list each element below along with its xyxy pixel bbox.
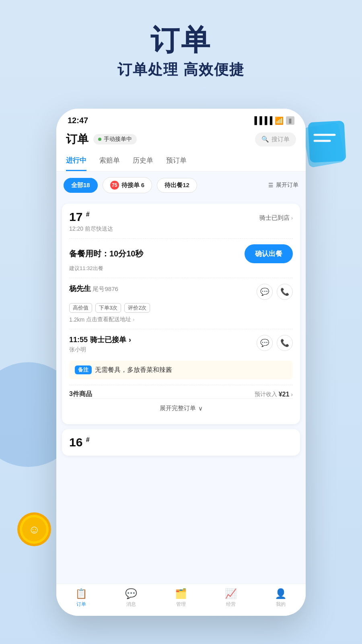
expand-chevron-icon: ∨ (198, 405, 203, 412)
manage-nav-icon: 🗂️ (175, 588, 187, 599)
call-rider-button[interactable]: 📞 (277, 335, 293, 351)
rider-action-icons: 💬 📞 (257, 335, 293, 351)
customer-address[interactable]: 1.2km 点击查看配送地址 › (69, 316, 293, 323)
call-customer-button[interactable]: 📞 (277, 284, 293, 300)
customer-action-icons: 💬 📞 (257, 284, 293, 300)
orders-nav-icon: 📋 (75, 588, 87, 599)
suggest-time: 建议11:32出餐 (69, 265, 293, 272)
order-card-17: 17 # 骑士已到店 › 12:20 前尽快送达 备餐用时：10分10秒 (62, 204, 300, 424)
hero-title: 订单 (0, 24, 362, 56)
expand-orders-button[interactable]: ☰ 展开订单 (268, 182, 298, 189)
rider-time: 11:55 (69, 336, 88, 344)
orders-nav-label: 订单 (76, 601, 86, 608)
confirm-meal-button[interactable]: 确认出餐 (245, 244, 293, 263)
customer-row: 杨先生 尾号9876 💬 📞 (69, 278, 293, 300)
search-icon: 🔍 (261, 136, 269, 143)
rider-arrived-status[interactable]: 骑士已到店 › (259, 214, 293, 222)
tab-reservation[interactable]: 预订单 (166, 152, 187, 171)
expand-order-label: 展开完整订单 (160, 405, 196, 412)
order-card-16: 16 # (62, 429, 300, 456)
address-chevron-icon: › (133, 317, 134, 322)
messages-nav-label: 消息 (126, 601, 136, 608)
filter-all-label: 全部18 (71, 182, 90, 188)
hero-subtitle: 订单处理 高效便捷 (0, 60, 362, 80)
remark-text: 无需餐具，多放香菜和辣酱 (95, 366, 172, 374)
filter-all-button[interactable]: 全部18 (64, 178, 98, 193)
filter-waiting-food-button[interactable]: 待出餐12 (157, 178, 197, 193)
customer-name: 杨先生 (69, 285, 91, 293)
distance-label: 1.2km (69, 316, 84, 323)
remark-badge: 备注 (75, 365, 92, 374)
remark-row: 备注 无需餐具，多放香菜和辣酱 (69, 361, 293, 379)
income-chevron-icon: › (291, 391, 293, 398)
search-label: 搜订单 (272, 136, 290, 143)
status-badge-label: 手动接单中 (104, 136, 132, 143)
expand-icon: ☰ (268, 182, 274, 188)
status-icons: ▐▐▐▐ 📶 ▮ (252, 116, 294, 125)
items-count: 3件商品 (69, 390, 92, 398)
manual-accept-badge: 手动接单中 (93, 134, 137, 144)
delivery-time-note: 12:20 前尽快送达 (69, 225, 293, 233)
status-time: 12:47 (68, 116, 88, 125)
status-bar: 12:47 ▐▐▐▐ 📶 ▮ (56, 109, 306, 128)
chat-customer-button[interactable]: 💬 (257, 284, 273, 300)
nav-item-business[interactable]: 📈 经营 (206, 588, 256, 608)
hero-section: 订单 订单处理 高效便捷 (0, 0, 362, 92)
customer-id: 尾号9876 (93, 285, 118, 292)
wifi-icon: 📶 (275, 116, 284, 125)
mine-nav-icon: 👤 (275, 588, 287, 599)
prepare-time-label: 备餐用时：10分10秒 (69, 248, 144, 259)
tag-order-count: 下单3次 (95, 303, 121, 313)
expand-order-button[interactable]: 展开完整订单 ∨ (69, 398, 293, 418)
nav-item-orders[interactable]: 📋 订单 (56, 588, 106, 608)
manage-nav-label: 管理 (176, 601, 186, 608)
rider-info[interactable]: 11:55 骑士已接单 › (69, 335, 131, 345)
pending-badge: 75 (110, 181, 119, 190)
order-number-16: 16 # (69, 436, 293, 449)
address-link: 点击查看配送地址 (86, 316, 131, 323)
battery-icon: ▮ (286, 116, 294, 125)
mine-nav-label: 我的 (276, 601, 286, 608)
income-info[interactable]: 预计收入 ¥21 › (255, 391, 293, 398)
bg-decoration-card (298, 113, 354, 169)
nav-item-manage[interactable]: 🗂️ 管理 (156, 588, 206, 608)
prepare-row: 备餐用时：10分10秒 确认出餐 (69, 238, 293, 263)
rider-status-text: 骑士已接单 (90, 335, 126, 345)
chevron-right-icon: › (291, 215, 293, 221)
order-number: 17 # (69, 210, 90, 224)
app-header: 订单 手动接单中 🔍 搜订单 (56, 128, 306, 152)
phone-frame: 12:47 ▐▐▐▐ 📶 ▮ 订单 手动接单中 🔍 搜订单 进 (56, 109, 306, 616)
filter-waiting-food-label: 待出餐12 (165, 182, 189, 188)
filter-row: 全部18 75 待接单 6 待出餐12 ☰ 展开订单 (56, 171, 306, 199)
chat-rider-button[interactable]: 💬 (257, 335, 273, 351)
tab-claims[interactable]: 索赔单 (99, 152, 120, 171)
svg-text:☺: ☺ (29, 523, 40, 536)
rider-name: 张小明 (69, 346, 131, 353)
tab-ongoing[interactable]: 进行中 (66, 152, 86, 171)
business-nav-icon: 📈 (225, 588, 237, 599)
income-amount: ¥21 (279, 391, 290, 398)
phone-mockup: 12:47 ▐▐▐▐ 📶 ▮ 订单 手动接单中 🔍 搜订单 进 (56, 109, 306, 616)
bottom-nav: 📋 订单 💬 消息 🗂️ 管理 📈 经营 👤 我的 (56, 584, 306, 616)
messages-nav-icon: 💬 (125, 588, 137, 599)
bottom-info-row: 3件商品 预计收入 ¥21 › (69, 385, 293, 398)
business-nav-label: 经营 (226, 601, 236, 608)
tab-history[interactable]: 历史单 (133, 152, 153, 171)
nav-item-messages[interactable]: 💬 消息 (106, 588, 156, 608)
tag-high-value: 高价值 (69, 303, 92, 313)
order-header: 17 # 骑士已到店 › (69, 210, 293, 224)
rider-row: 11:55 骑士已接单 › 张小明 💬 📞 (69, 329, 293, 359)
signal-icon: ▐▐▐▐ (252, 116, 272, 125)
rider-chevron-icon: › (129, 336, 131, 344)
customer-tags: 高价值 下单3次 评价2次 (69, 303, 293, 313)
tag-review-count: 评价2次 (124, 303, 150, 313)
green-status-dot (98, 138, 101, 141)
filter-pending-button[interactable]: 75 待接单 6 (103, 177, 152, 193)
header-left: 订单 手动接单中 (66, 132, 137, 147)
income-label: 预计收入 (255, 391, 277, 398)
tabs-row: 进行中 索赔单 历史单 预订单 (56, 152, 306, 171)
nav-item-mine[interactable]: 👤 我的 (256, 588, 306, 608)
content-area: 17 # 骑士已到店 › 12:20 前尽快送达 备餐用时：10分10秒 (56, 199, 306, 593)
coin-decoration: ☺ (16, 511, 52, 547)
search-order-button[interactable]: 🔍 搜订单 (255, 132, 296, 147)
